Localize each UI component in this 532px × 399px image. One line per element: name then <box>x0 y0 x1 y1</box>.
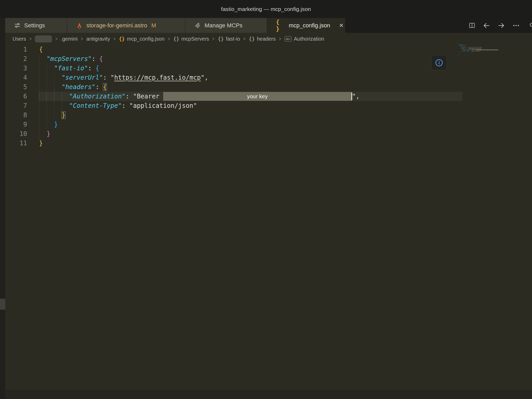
indent-guide <box>47 73 54 82</box>
indent-guide <box>47 101 54 110</box>
code-line: 5"headers": { <box>5 82 532 92</box>
chevron-right-icon: > <box>243 36 246 42</box>
indent-guide <box>54 92 62 101</box>
code-token: } <box>62 111 65 119</box>
tab-bar: Settingsstorage-for-gemini.astroMManage … <box>5 18 532 33</box>
breadcrumb-label: mcp_config.json <box>127 36 165 42</box>
astro-icon <box>76 22 83 29</box>
indent-guide <box>47 120 54 129</box>
redaction-label: your key <box>247 93 268 99</box>
breadcrumb-label: antigravity <box>86 36 110 42</box>
code-line: 3"fast-io": { <box>5 64 532 73</box>
window-edge-icon <box>530 23 532 27</box>
breadcrumb-item-authorization[interactable]: abcAuthorization <box>284 36 324 42</box>
braces-icon: {} <box>218 36 224 42</box>
code-token: "headers" <box>461 48 466 49</box>
modified-badge: M <box>151 22 156 29</box>
code-token: } <box>460 53 460 54</box>
breadcrumb-item-fast-io[interactable]: {}fast-io <box>218 36 240 42</box>
minimap[interactable]: 1{2"mcpServers": {3"fast-io": {4"serverU… <box>457 43 508 58</box>
line-number: 11 <box>5 139 27 148</box>
window-title: fastio_marketing — mcp_config.json <box>221 6 311 12</box>
code-line: 6"Authorization": "Bearer your key", <box>5 92 532 101</box>
breadcrumb-item--gemini[interactable]: .gemini <box>61 36 78 42</box>
chevron-right-icon: > <box>212 36 215 42</box>
panel-resize-handle[interactable] <box>0 299 5 310</box>
tab-manage-mcps[interactable]: Manage MCPs <box>185 18 267 33</box>
navigate-back-button[interactable] <box>483 22 490 29</box>
redacted-api-key: your key <box>476 49 498 50</box>
info-button[interactable] <box>431 55 447 70</box>
breadcrumb-item-mcpservers[interactable]: {}mcpServers <box>173 36 209 42</box>
code-line: 10} <box>5 129 532 139</box>
more-actions-button[interactable] <box>512 22 520 29</box>
code-token: " <box>111 74 114 81</box>
tune-icon <box>14 22 21 29</box>
line-number: 7 <box>5 101 27 110</box>
breadcrumb-label: fast-io <box>226 36 240 42</box>
code-token: { <box>96 65 99 72</box>
redacted-api-key: your key <box>163 92 352 101</box>
indent-guide <box>62 92 69 101</box>
indent-guide <box>54 101 62 110</box>
code-text: } <box>39 129 50 139</box>
breadcrumb-item-mcp-config-json[interactable]: {}mcp_config.json <box>119 36 164 42</box>
chevron-right-icon: > <box>29 36 32 42</box>
indent-guide <box>47 82 54 92</box>
code-token: { <box>466 45 467 46</box>
code-token: { <box>103 83 107 91</box>
code-token: } <box>461 52 461 53</box>
code-line: 11} <box>5 139 532 148</box>
bottom-panel <box>5 390 532 399</box>
line-number: 5 <box>5 82 27 92</box>
indent-guide <box>39 120 47 129</box>
code-token: { <box>467 48 467 49</box>
navigate-forward-button[interactable] <box>497 22 505 29</box>
code-token: "Bearer <box>133 93 163 100</box>
breadcrumb-label: Authorization <box>294 36 324 42</box>
code-token: : <box>88 65 96 72</box>
code-token: { <box>39 46 43 53</box>
code-token: } <box>457 55 458 56</box>
code-token: "application/json" <box>129 102 197 109</box>
split-editor-button[interactable] <box>468 22 476 29</box>
tab-mcp-config-json[interactable]: { }mcp_config.json✕ <box>267 18 345 33</box>
code-editor[interactable]: 1{2"mcpServers": {3"fast-io": {4"serverU… <box>5 45 532 390</box>
breadcrumb-item-users[interactable]: Users <box>12 36 26 42</box>
indent-guide <box>47 92 54 101</box>
code-token: "Bearer <box>471 49 476 50</box>
info-icon <box>435 58 444 67</box>
json-braces-icon: { } <box>276 19 285 32</box>
tab-label: Settings <box>24 22 45 29</box>
indent-guide <box>47 64 54 73</box>
close-icon[interactable]: ✕ <box>337 22 345 29</box>
mcp-icon <box>194 22 201 29</box>
breadcrumb: Users>>.gemini>antigravity>{}mcp_config.… <box>5 33 532 45</box>
indent-guide <box>39 110 47 120</box>
code-text: } <box>39 139 43 148</box>
code-text: "serverUrl": "https://mcp.fast.io/mcp", <box>39 73 208 82</box>
code-token: } <box>54 121 58 128</box>
code-token: ", <box>201 74 208 81</box>
indent-guide <box>39 92 47 101</box>
line-number: 2 <box>5 54 27 64</box>
chevron-right-icon: > <box>113 36 116 42</box>
indent-guide <box>62 101 69 110</box>
indent-guide <box>39 73 47 82</box>
string-symbol-icon: abc <box>284 36 292 41</box>
tab-settings[interactable]: Settings <box>5 18 67 33</box>
indent-guide <box>39 64 47 73</box>
code-token: } <box>47 130 50 138</box>
tab-storage-for-gemini-astro[interactable]: storage-for-gemini.astroM <box>67 18 185 33</box>
code-line: 1{ <box>5 45 532 54</box>
breadcrumb-item-headers[interactable]: {}headers <box>249 36 276 42</box>
breadcrumb-redacted-user[interactable] <box>35 35 52 42</box>
breadcrumb-label: .gemini <box>61 36 78 42</box>
code-token: : <box>92 55 99 63</box>
line-number: 6 <box>5 92 27 101</box>
code-token: "mcpServers" <box>458 45 465 46</box>
tab-label: mcp_config.json <box>289 22 330 29</box>
breadcrumb-item-antigravity[interactable]: antigravity <box>86 36 110 42</box>
code-text: } <box>39 110 65 120</box>
code-token: "serverUrl" <box>62 74 103 81</box>
